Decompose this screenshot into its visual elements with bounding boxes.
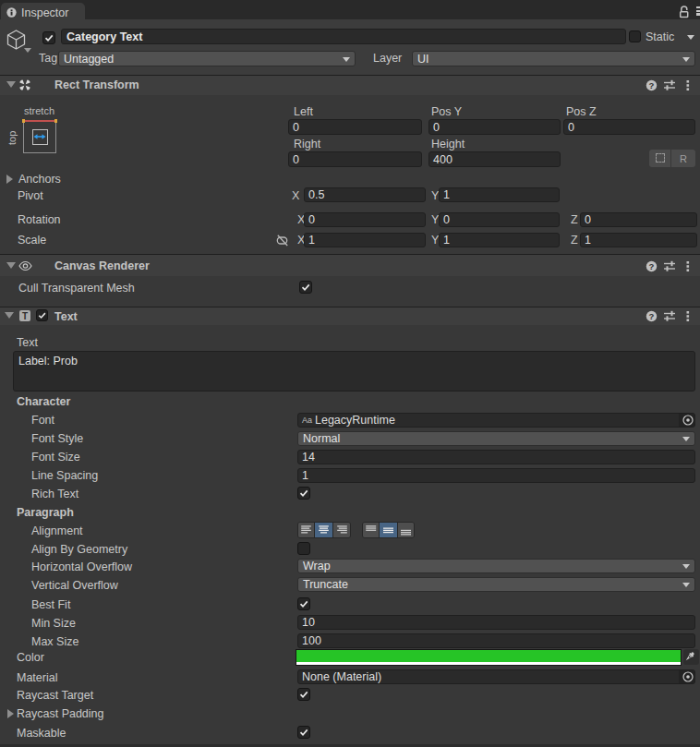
svg-text:?: ? — [649, 261, 655, 271]
svg-text:?: ? — [649, 80, 655, 90]
svg-text:?: ? — [649, 311, 655, 321]
